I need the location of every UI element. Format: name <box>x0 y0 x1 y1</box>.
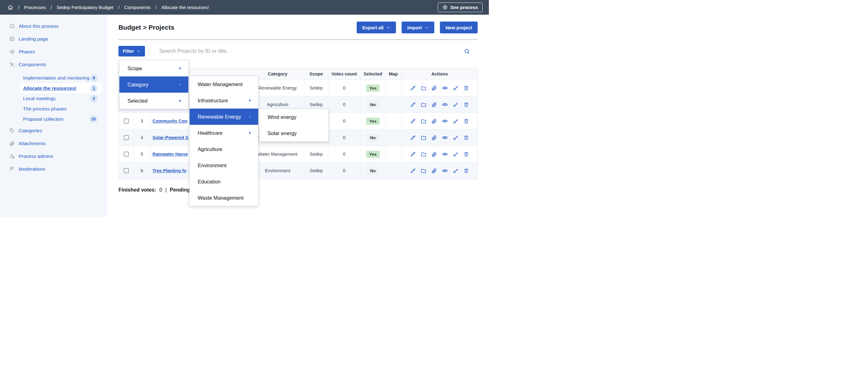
count-badge[interactable]: 1 <box>90 85 98 92</box>
see-process-button[interactable]: See process <box>438 2 483 12</box>
preview-icon[interactable] <box>442 151 448 157</box>
row-checkbox[interactable] <box>124 168 129 173</box>
edit-icon[interactable] <box>410 102 416 108</box>
row-map <box>385 162 401 179</box>
breadcrumb-components[interactable]: Components <box>124 5 151 10</box>
sidebar-item-proposal-collection[interactable]: Proposal collection 10 <box>20 114 102 124</box>
permissions-icon[interactable] <box>453 168 459 174</box>
row-checkbox[interactable] <box>124 135 129 140</box>
permissions-icon[interactable] <box>453 102 459 108</box>
sidebar-item-landing-page[interactable]: Landing page <box>0 36 107 42</box>
category-menu-item-water-management[interactable]: Water Management <box>190 76 258 92</box>
subcategory-menu-item-solar-energy[interactable]: Solar energy <box>259 125 328 141</box>
search-input[interactable] <box>159 48 464 54</box>
sidebar-item-phases[interactable]: Phases <box>0 48 107 55</box>
preview-icon[interactable] <box>442 101 448 108</box>
edit-icon[interactable] <box>410 168 416 174</box>
breadcrumb-processes[interactable]: Processes <box>24 5 46 10</box>
arrow-right-icon <box>178 66 182 70</box>
category-menu-item-renewable-energy[interactable]: Renewable Energy <box>190 109 258 125</box>
delete-icon[interactable] <box>463 102 469 108</box>
new-project-button[interactable]: New project <box>440 22 478 33</box>
folder-icon[interactable] <box>421 168 427 174</box>
sidebar-item-implementation-monitoring[interactable]: Implementation and monitoring 8 <box>20 73 102 83</box>
preview-icon[interactable] <box>442 118 448 124</box>
row-id: 6 <box>133 162 150 179</box>
delete-icon[interactable] <box>463 151 469 157</box>
folder-icon[interactable] <box>421 151 427 157</box>
permissions-icon[interactable] <box>453 85 459 91</box>
preview-icon[interactable] <box>442 135 448 141</box>
header-category: Category <box>251 68 304 80</box>
attachment-icon[interactable] <box>431 102 437 108</box>
project-title-link[interactable]: Rainwater Harve <box>152 152 188 157</box>
filter-menu-item-selected[interactable]: Selected <box>119 93 188 109</box>
category-menu-item-healthcare[interactable]: Healthcare <box>190 125 258 141</box>
folder-icon[interactable] <box>421 85 427 91</box>
header-scope: Scope <box>304 68 328 80</box>
sidebar-item-process-admins[interactable]: Process admins <box>0 153 107 160</box>
chevron-down-icon <box>136 49 141 53</box>
breadcrumb-separator: / <box>155 5 156 10</box>
search-icon[interactable] <box>464 48 470 55</box>
delete-icon[interactable] <box>463 135 469 141</box>
category-menu-item-environment[interactable]: Environment <box>190 157 258 174</box>
arrow-right-icon <box>178 99 182 102</box>
attachment-icon[interactable] <box>431 168 437 174</box>
permissions-icon[interactable] <box>453 151 459 157</box>
sidebar-item-about[interactable]: About this process <box>0 23 107 30</box>
sidebar-item-categories[interactable]: Categories <box>0 127 107 134</box>
sidebar-item-allocate-resources[interactable]: Allocate the resources! 1 <box>20 83 102 93</box>
import-button[interactable]: Import <box>402 22 434 33</box>
project-title-link[interactable]: Community Con <box>152 119 187 123</box>
project-title-link[interactable]: Tree Planting fo <box>152 168 186 173</box>
selected-badge: No <box>367 167 379 174</box>
count-badge[interactable]: 10 <box>90 115 98 123</box>
delete-icon[interactable] <box>463 168 469 174</box>
attachment-icon[interactable] <box>431 135 437 141</box>
filter-button[interactable]: Filter <box>119 46 145 57</box>
sidebar-item-process-phases[interactable]: The process phases <box>20 103 102 114</box>
arrow-right-icon <box>248 115 252 119</box>
folder-icon[interactable] <box>421 135 427 141</box>
breadcrumb-current[interactable]: Allocate the resources! <box>161 5 209 10</box>
sidebar-item-moderations[interactable]: Moderations <box>0 166 107 173</box>
preview-icon[interactable] <box>442 168 448 174</box>
edit-icon[interactable] <box>410 151 416 157</box>
row-checkbox[interactable] <box>124 152 129 157</box>
breadcrumb-process-name[interactable]: Sedep Participatory Budget <box>56 5 114 10</box>
row-checkbox[interactable] <box>124 119 129 123</box>
preview-icon[interactable] <box>442 85 448 91</box>
folder-icon[interactable] <box>421 118 427 124</box>
row-votes-count: 0 <box>328 146 360 162</box>
sidebar-item-attachments[interactable]: Attachments <box>0 140 107 147</box>
folder-icon[interactable] <box>421 102 427 108</box>
export-all-button[interactable]: Export all <box>357 22 396 33</box>
edit-icon[interactable] <box>410 85 416 91</box>
breadcrumb: / Processes / Sedep Participatory Budget… <box>7 4 209 10</box>
sidebar-item-components[interactable]: Components <box>0 61 107 68</box>
delete-icon[interactable] <box>463 118 469 124</box>
category-menu-item-education[interactable]: Education <box>190 174 258 190</box>
category-menu-item-waste-management[interactable]: Waste Management <box>190 190 258 206</box>
attachment-icon[interactable] <box>431 118 437 124</box>
permissions-icon[interactable] <box>453 135 459 141</box>
permissions-icon[interactable] <box>453 118 459 124</box>
category-menu-item-infrastructure[interactable]: Infrastructure <box>190 92 258 109</box>
home-icon[interactable] <box>7 4 13 10</box>
row-map <box>385 113 401 129</box>
filter-menu-item-scope[interactable]: Scope <box>119 60 188 77</box>
count-badge[interactable]: 8 <box>90 74 98 82</box>
attachment-icon[interactable] <box>431 151 437 157</box>
filter-menu-item-category[interactable]: Category <box>119 77 188 93</box>
edit-icon[interactable] <box>410 118 416 124</box>
count-badge[interactable]: 2 <box>90 95 98 102</box>
project-title-link[interactable]: Solar-Powered S <box>152 135 188 140</box>
subcategory-menu-item-wind-energy[interactable]: Wind energy <box>259 109 328 125</box>
page-title: Budget > Projects <box>119 24 174 31</box>
edit-icon[interactable] <box>410 135 416 141</box>
category-menu-item-agriculture[interactable]: Agriculture <box>190 141 258 157</box>
attachment-icon[interactable] <box>431 85 437 91</box>
sidebar-item-local-meetings[interactable]: Local meetings 2 <box>20 93 102 103</box>
delete-icon[interactable] <box>463 85 469 91</box>
